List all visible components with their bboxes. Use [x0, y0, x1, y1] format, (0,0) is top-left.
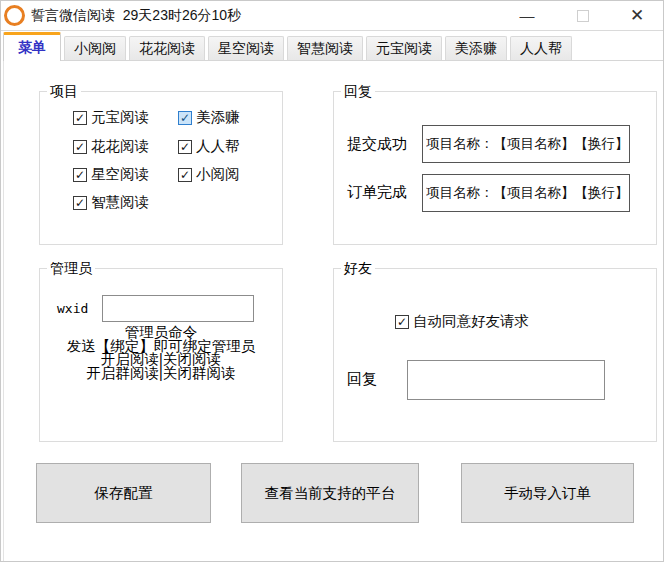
- tab-yuanbao-read[interactable]: 元宝阅读: [366, 36, 442, 61]
- friend-reply-input[interactable]: [407, 360, 605, 400]
- close-icon: ✕: [630, 5, 644, 26]
- tab-strip: 菜单 小阅阅 花花阅读 星空阅读 智慧阅读 元宝阅读 美添赚 人人帮: [3, 32, 663, 61]
- group-friend: 好友 ✓ 自动同意好友请求 回复: [333, 268, 657, 442]
- checkmark-icon: ✓: [73, 196, 87, 210]
- checkbox-label: 智慧阅读: [91, 193, 149, 212]
- submit-success-label: 提交成功: [347, 135, 407, 154]
- checkmark-icon: ✓: [73, 111, 87, 125]
- maximize-button[interactable]: [555, 1, 611, 30]
- checkbox-xiaoyueyue[interactable]: ✓ 小阅阅: [178, 165, 240, 184]
- tab-xingkong-read[interactable]: 星空阅读: [208, 36, 284, 61]
- checkbox-auto-accept-friend[interactable]: ✓ 自动同意好友请求: [395, 312, 529, 331]
- order-complete-input[interactable]: [422, 174, 630, 212]
- checkbox-yuanbao-read[interactable]: ✓ 元宝阅读: [73, 108, 149, 127]
- admin-command-help: 管理员命令 发送【绑定】即可绑定管理员 开启阅读|关闭阅读 开启群阅读|关闭群阅…: [40, 326, 282, 380]
- checkbox-label: 元宝阅读: [91, 108, 149, 127]
- checkbox-label: 小阅阅: [196, 165, 240, 184]
- checkmark-icon: ✓: [73, 140, 87, 154]
- minimize-icon: —: [520, 7, 535, 24]
- checkmark-icon: ✓: [178, 140, 192, 154]
- checkbox-label: 美添赚: [196, 108, 240, 127]
- checkmark-icon: ✓: [178, 168, 192, 182]
- checkbox-label: 人人帮: [196, 137, 240, 156]
- view-supported-platforms-button[interactable]: 查看当前支持的平台: [241, 463, 419, 523]
- group-admin: 管理员 wxid 管理员命令 发送【绑定】即可绑定管理员 开启阅读|关闭阅读 开…: [39, 268, 283, 442]
- checkbox-zhihui-read[interactable]: ✓ 智慧阅读: [73, 193, 149, 212]
- checkbox-huahua-read[interactable]: ✓ 花花阅读: [73, 137, 149, 156]
- wxid-input[interactable]: [102, 295, 254, 322]
- checkmark-icon: ✓: [395, 315, 409, 329]
- window-controls: — ✕: [499, 1, 663, 30]
- app-logo-icon: [4, 5, 25, 26]
- minimize-button[interactable]: —: [499, 1, 555, 30]
- tab-meitianzhuan[interactable]: 美添赚: [445, 36, 507, 61]
- submit-success-input[interactable]: [422, 125, 630, 163]
- maximize-icon: [577, 10, 589, 22]
- manual-import-orders-button[interactable]: 手动导入订单: [461, 463, 634, 523]
- wxid-label: wxid: [57, 301, 88, 316]
- group-friend-title: 好友: [341, 260, 375, 276]
- tab-huahua-read[interactable]: 花花阅读: [129, 36, 205, 61]
- checkmark-icon: ✓: [178, 111, 192, 125]
- title-bar: 誓言微信阅读 29天23时26分10秒 — ✕: [1, 1, 663, 31]
- group-project-title: 项目: [47, 83, 81, 99]
- admin-command-line: 开启群阅读|关闭群阅读: [40, 367, 282, 381]
- window-title: 誓言微信阅读 29天23时26分10秒: [31, 7, 241, 25]
- group-project: 项目 ✓ 元宝阅读 ✓ 花花阅读 ✓ 星空阅读 ✓ 智慧阅读 ✓ 美添赚 ✓ 人…: [39, 91, 283, 245]
- group-admin-title: 管理员: [47, 260, 95, 276]
- checkbox-label: 星空阅读: [91, 165, 149, 184]
- checkmark-icon: ✓: [73, 168, 87, 182]
- group-reply-title: 回复: [341, 83, 375, 99]
- checkbox-meitianzhuan[interactable]: ✓ 美添赚: [178, 108, 240, 127]
- checkbox-xingkong-read[interactable]: ✓ 星空阅读: [73, 165, 149, 184]
- tab-xiaoyueyue[interactable]: 小阅阅: [64, 36, 126, 61]
- checkbox-renrenbang[interactable]: ✓ 人人帮: [178, 137, 240, 156]
- save-config-button[interactable]: 保存配置: [36, 463, 211, 523]
- tab-zhihui-read[interactable]: 智慧阅读: [287, 36, 363, 61]
- app-window: { "window": { "title": "誓言微信阅读 29天23时26分…: [0, 0, 664, 562]
- checkbox-label: 自动同意好友请求: [413, 312, 529, 331]
- tab-menu[interactable]: 菜单: [3, 32, 61, 61]
- checkbox-label: 花花阅读: [91, 137, 149, 156]
- tab-renrenbang[interactable]: 人人帮: [510, 36, 572, 61]
- close-button[interactable]: ✕: [611, 1, 663, 30]
- friend-reply-label: 回复: [347, 370, 377, 389]
- order-complete-label: 订单完成: [347, 183, 407, 202]
- group-reply: 回复 提交成功 订单完成: [333, 91, 657, 245]
